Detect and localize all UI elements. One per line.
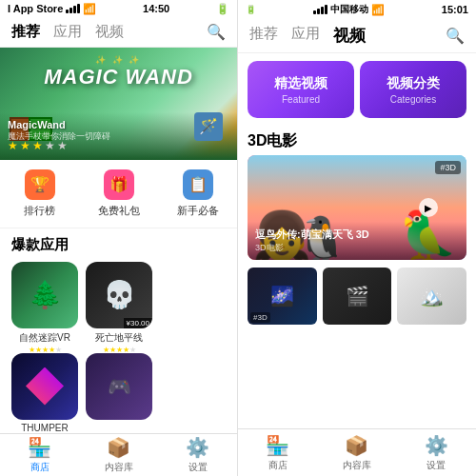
app-grid-row2: THUMPER 🎮: [0, 349, 237, 433]
fc-selected-subtitle: Featured: [282, 94, 320, 105]
app-item-unknown[interactable]: 🎮: [86, 353, 152, 426]
movie-grid: 🌌 #3D 🎬 🏔️: [238, 268, 476, 330]
settings-label: 设置: [188, 461, 208, 474]
store-icon: 🏪: [28, 436, 51, 459]
rsig-3: [321, 7, 324, 14]
app-icon-vr: 🌲: [11, 262, 78, 328]
app-name-death: 死亡地平线: [86, 331, 152, 345]
play-button[interactable]: ▶: [419, 198, 438, 217]
ranking-label: 排行榜: [24, 204, 55, 218]
right-status-center: 中国移动 📶: [313, 3, 385, 16]
left-status-right: 🔋: [216, 3, 229, 15]
signal-bars: [66, 4, 80, 13]
movie-info-overlay: 逗鸟外传:萌宝满天飞 3D 3D电影: [248, 222, 466, 260]
store-label: 商店: [30, 461, 50, 474]
signal-bar-4: [77, 4, 80, 13]
right-panel: 🔋 中国移动 📶 15:01 推荐 应用 视频 🔍 精选视频 Featured: [238, 0, 476, 476]
movie-badge: #3D: [435, 161, 461, 174]
left-nav: 推荐 应用 视频 🔍: [0, 17, 237, 48]
quick-action-newbie[interactable]: 📋 新手必备: [158, 169, 237, 218]
newbie-label: 新手必备: [177, 204, 219, 218]
right-nav-tabs: 推荐 应用 视频: [249, 25, 366, 47]
app-name-vr: 自然迷踪VR: [11, 331, 78, 345]
quick-action-gifts[interactable]: 🎁 免费礼包: [79, 169, 158, 218]
app-item-vr[interactable]: 🌲 自然迷踪VR ★ ★ ★ ★ ★: [11, 262, 78, 346]
rsig-1: [313, 10, 316, 14]
movie-action-content: 🎬: [323, 268, 392, 325]
wifi-icon: 📶: [83, 3, 96, 15]
movie-thumb-2[interactable]: 🎬: [323, 268, 392, 325]
right-signal-bars: [313, 5, 327, 14]
right-settings-label: 设置: [426, 459, 446, 472]
signal-bar-1: [66, 10, 69, 13]
right-status-left: 🔋: [246, 5, 256, 14]
right-tab-apps[interactable]: 应用: [291, 25, 320, 47]
left-panel: I App Store 📶 14:50 🔋 推荐 应用 视频 🔍 ✨ ✨ ✨: [0, 0, 238, 476]
quick-actions: 🏆 排行榜 🎁 免费礼包 📋 新手必备: [0, 160, 237, 228]
app-item-death[interactable]: 💀 ¥30.00 死亡地平线 ★ ★ ★ ★ ★: [86, 262, 152, 346]
right-store-label: 商店: [268, 459, 288, 472]
app-item-placeholder: [160, 262, 227, 346]
death-price-badge: ¥30.00: [124, 318, 152, 328]
banner-app-name: MagicWand: [8, 119, 110, 130]
right-bnav-settings[interactable]: ⚙️ 设置: [397, 429, 476, 476]
thumper-shape: [26, 367, 64, 406]
battery-right-icon: 🔋: [246, 5, 256, 14]
wifi-right-icon: 📶: [371, 4, 385, 16]
fc-categories-subtitle: Categories: [390, 94, 436, 105]
movie-thumb-1[interactable]: 🌌 #3D: [248, 268, 317, 325]
featured-card-categories[interactable]: 视频分类 Categories: [360, 61, 466, 118]
movie-subtitle: 3D电影: [255, 242, 459, 254]
star-3: ★: [32, 139, 43, 152]
app-grid-row1: 🌲 自然迷踪VR ★ ★ ★ ★ ★ 💀 ¥30.00 死亡地平线 ★ ★ ★ …: [0, 258, 237, 353]
movie-white-content: 🏔️: [397, 268, 466, 325]
hot-apps-title: 爆款应用: [0, 228, 237, 258]
quick-action-ranking[interactable]: 🏆 排行榜: [0, 169, 79, 218]
app-item-thumper[interactable]: THUMPER: [11, 353, 78, 426]
left-time: 14:50: [143, 3, 169, 14]
left-search-button[interactable]: 🔍: [207, 23, 226, 41]
movie-banner[interactable]: 👧 🐧 🦜 逗鸟外传:萌宝满天飞 3D 3D电影 #3D ▶: [248, 155, 466, 260]
right-tab-recommended[interactable]: 推荐: [249, 25, 278, 47]
right-bnav-store[interactable]: 🏪 商店: [238, 429, 317, 476]
gifts-icon: 🎁: [104, 169, 134, 200]
fc-selected-title: 精选视频: [274, 75, 327, 92]
carrier-label: 中国移动: [330, 3, 368, 16]
star-1: ★: [8, 139, 18, 152]
movie-thumb-label-1: #3D: [250, 312, 270, 323]
banner-rating: ★ ★ ★ ★ ★: [8, 139, 68, 152]
featured-cards: 精选视频 Featured 视频分类 Categories: [238, 53, 476, 126]
left-bnav-library[interactable]: 📦 内容库: [79, 434, 158, 476]
library-icon: 📦: [107, 436, 130, 459]
left-bottom-nav: 🏪 商店 📦 内容库 ⚙️ 设置: [0, 433, 237, 476]
star-2: ★: [20, 139, 30, 152]
left-tab-recommended[interactable]: 推荐: [11, 23, 40, 41]
right-store-icon: 🏪: [266, 434, 289, 457]
movie-thumb-3[interactable]: 🏔️: [397, 268, 466, 325]
app-icon-thumper: [11, 353, 78, 420]
signal-bar-3: [73, 6, 76, 13]
left-bnav-store[interactable]: 🏪 商店: [0, 434, 79, 476]
left-nav-tabs: 推荐 应用 视频: [11, 23, 124, 41]
right-tab-video[interactable]: 视频: [333, 25, 366, 47]
left-banner[interactable]: ✨ ✨ ✨ MAGIC WAND 🪄 MagicWand 魔法手杖带你消除一切障…: [0, 48, 237, 160]
library-label: 内容库: [105, 461, 133, 474]
settings-icon: ⚙️: [186, 436, 209, 459]
section-3d-title: 3D电影: [248, 131, 297, 151]
ranking-icon: 🏆: [25, 169, 55, 200]
gifts-label: 免费礼包: [98, 204, 140, 218]
right-bnav-library[interactable]: 📦 内容库: [317, 429, 396, 476]
left-tab-apps[interactable]: 应用: [53, 23, 82, 41]
left-tab-video[interactable]: 视频: [95, 23, 124, 41]
right-library-icon: 📦: [345, 434, 368, 457]
star-4: ★: [45, 139, 55, 152]
featured-card-selected[interactable]: 精选视频 Featured: [248, 61, 354, 118]
movie-title: 逗鸟外传:萌宝满天飞 3D: [255, 228, 459, 242]
section-3d-header: 3D电影: [238, 126, 476, 155]
newbie-icon: 📋: [183, 169, 213, 200]
right-nav: 推荐 应用 视频 🔍: [238, 19, 476, 53]
star-5: ★: [57, 139, 68, 152]
left-status-left: I App Store 📶: [8, 3, 96, 15]
right-search-button[interactable]: 🔍: [446, 27, 465, 45]
left-bnav-settings[interactable]: ⚙️ 设置: [158, 434, 237, 476]
